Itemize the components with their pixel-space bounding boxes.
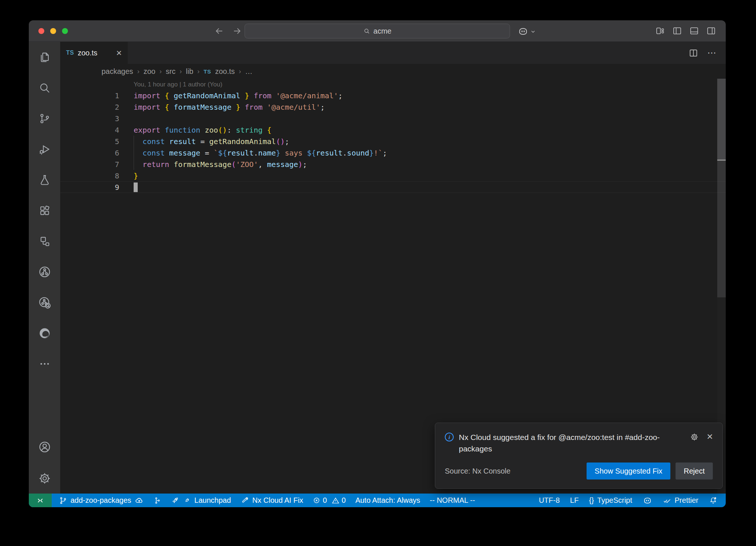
- sidebar-item-settings[interactable]: [29, 463, 60, 494]
- formatter-status[interactable]: Prettier: [663, 496, 698, 505]
- scrollbar-thumb[interactable]: [717, 79, 726, 160]
- activity-bar: [29, 42, 60, 494]
- sidebar-item-source-control[interactable]: [29, 103, 60, 134]
- sidebar-item-edge-browser[interactable]: [29, 318, 60, 348]
- toggle-primary-sidebar-icon[interactable]: [672, 26, 682, 36]
- desktop: { "colors": { "status_bar": "#007ACC", "…: [0, 0, 756, 546]
- code-line[interactable]: 6 const message = `${result.name} says $…: [60, 147, 726, 158]
- layout-controls: [655, 20, 716, 41]
- sidebar-item-explorer[interactable]: [29, 42, 60, 72]
- extensions-icon: [38, 204, 51, 217]
- sidebar-item-extensions[interactable]: [29, 195, 60, 226]
- breadcrumb-file[interactable]: zoo.ts: [215, 67, 235, 76]
- line-content: const message = `${result.name} says ${r…: [134, 149, 387, 157]
- reject-button[interactable]: Reject: [676, 463, 713, 480]
- line-number: 9: [60, 183, 134, 192]
- encoding-status[interactable]: UTF-8: [539, 496, 560, 505]
- breadcrumb-item[interactable]: packages: [102, 67, 133, 76]
- notification-toast: i Nx Cloud suggested a fix for @acme/zoo…: [435, 423, 723, 489]
- problems-status[interactable]: 0 0: [313, 496, 346, 505]
- close-tab-icon[interactable]: ×: [116, 48, 122, 58]
- info-icon: i: [445, 433, 454, 441]
- notifications-bell[interactable]: [709, 496, 718, 505]
- launchpad-status[interactable]: Launchpad: [171, 496, 231, 505]
- line-number: 4: [60, 126, 134, 134]
- code-line[interactable]: 2import { formatMessage } from '@acme/ut…: [60, 101, 726, 113]
- zoom-window-button[interactable]: [62, 28, 68, 34]
- sidebar-item-search[interactable]: [29, 72, 60, 103]
- back-icon[interactable]: [214, 26, 224, 36]
- sidebar-item-testing[interactable]: [29, 164, 60, 195]
- sidebar-item-project-references[interactable]: [29, 226, 60, 256]
- vim-mode-status[interactable]: -- NORMAL --: [430, 496, 475, 505]
- account-icon: [38, 440, 51, 454]
- nx-cloud-ai-fix-status[interactable]: Nx Cloud AI Fix: [241, 496, 303, 505]
- source-control-graph-status[interactable]: [153, 496, 161, 505]
- code-line[interactable]: 8}: [60, 170, 726, 181]
- breadcrumb-more[interactable]: …: [245, 67, 252, 76]
- close-window-button[interactable]: [38, 28, 44, 34]
- sidebar-item-run-debug[interactable]: [29, 134, 60, 164]
- error-icon: [313, 496, 320, 504]
- remote-window-icon: [36, 496, 44, 505]
- publish-cloud-icon[interactable]: [135, 496, 144, 505]
- breadcrumb-separator: ›: [180, 68, 182, 75]
- vscode-window: acme: [29, 20, 726, 507]
- more-actions-icon[interactable]: ⋯: [707, 51, 717, 55]
- code-line[interactable]: 7 return formatMessage('ZOO', message);: [60, 158, 726, 170]
- window-controls: [38, 28, 68, 34]
- breadcrumb-item[interactable]: zoo: [144, 67, 155, 76]
- files-icon: [38, 51, 51, 64]
- eol-status[interactable]: LF: [570, 496, 578, 505]
- split-editor-icon[interactable]: [688, 48, 698, 58]
- search-icon: [363, 27, 371, 35]
- notification-close-icon[interactable]: ×: [707, 433, 713, 441]
- remote-indicator[interactable]: [29, 494, 52, 507]
- git-branch-status[interactable]: add-zoo-packages: [59, 496, 144, 505]
- warnings-count: 0: [331, 496, 346, 505]
- more-icon: [38, 358, 51, 370]
- minimize-window-button[interactable]: [50, 28, 56, 34]
- edge-browser-icon: [38, 327, 51, 340]
- breadcrumb-separator: ›: [197, 68, 200, 75]
- tab-zoo-ts[interactable]: TS zoo.ts ×: [60, 42, 128, 64]
- toggle-panel-icon[interactable]: [689, 26, 699, 36]
- language-status[interactable]: {} TypeScript: [589, 496, 632, 505]
- copilot-menu-button[interactable]: [518, 26, 536, 37]
- git-branch-label: add-zoo-packages: [71, 496, 131, 505]
- toggle-secondary-sidebar-icon[interactable]: [706, 26, 716, 36]
- code-line[interactable]: 4export function zoo(): string {: [60, 124, 726, 136]
- breadcrumb: packages › zoo › src › lib › TS zoo.ts ›…: [60, 64, 726, 79]
- customize-layout-icon[interactable]: [655, 26, 665, 36]
- forward-icon[interactable]: [232, 26, 242, 36]
- notification-actions: ×: [690, 432, 713, 454]
- sidebar-item-additional-views[interactable]: [29, 348, 60, 379]
- show-suggested-fix-button[interactable]: Show Suggested Fix: [587, 463, 670, 480]
- sidebar-item-accounts[interactable]: [29, 432, 60, 463]
- code-line[interactable]: 1import { getRandomAnimal } from '@acme/…: [60, 90, 726, 101]
- code-line[interactable]: 3: [60, 113, 726, 124]
- auto-attach-status[interactable]: Auto Attach: Always: [355, 496, 420, 505]
- git-blame-annotation: You, 1 hour ago | 1 author (You): [60, 79, 726, 90]
- command-center-search[interactable]: acme: [245, 24, 510, 38]
- typescript-file-icon: TS: [66, 50, 74, 56]
- code-line[interactable]: 5 const result = getRandomAnimal();: [60, 136, 726, 147]
- search-icon: [38, 82, 51, 94]
- breadcrumb-item[interactable]: lib: [186, 67, 193, 76]
- breadcrumb-item[interactable]: src: [166, 67, 176, 76]
- line-number: 8: [60, 171, 134, 180]
- copilot-status[interactable]: [643, 496, 652, 505]
- git-branch-icon: [59, 496, 67, 505]
- graph-icon: [153, 496, 161, 505]
- command-center-text: acme: [374, 27, 392, 35]
- notification-settings-gear-icon[interactable]: [690, 433, 699, 441]
- sidebar-item-nx-cloud[interactable]: [29, 287, 60, 318]
- sidebar-item-nx-console[interactable]: [29, 256, 60, 287]
- chevron-down-icon: [530, 28, 536, 34]
- bell-dot-icon: [709, 496, 718, 505]
- line-number: 6: [60, 149, 134, 157]
- code-line[interactable]: 9: [60, 181, 726, 193]
- double-check-icon: [663, 496, 671, 505]
- notification-buttons: Show Suggested Fix Reject: [587, 463, 713, 480]
- line-number: 7: [60, 160, 134, 169]
